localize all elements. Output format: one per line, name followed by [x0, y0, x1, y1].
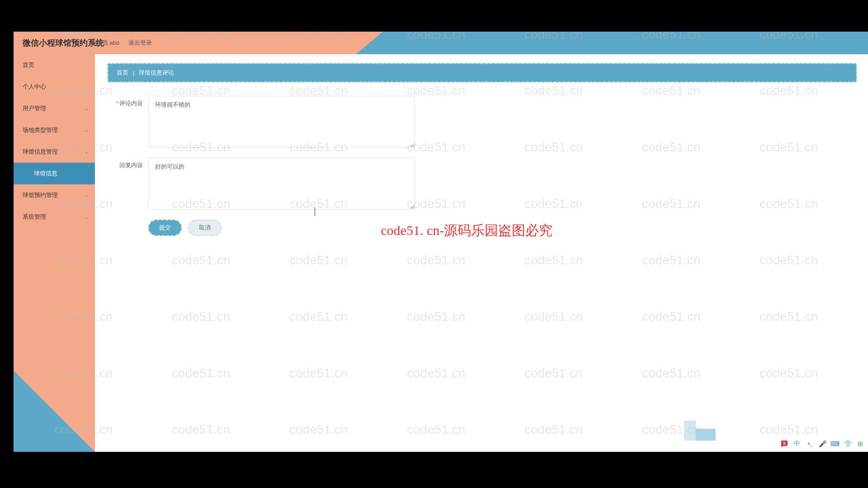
sidebar-item-0[interactable]: 首页 — [14, 54, 95, 76]
submit-button[interactable]: 提交 — [148, 220, 182, 236]
sogou-ime-icon[interactable]: S — [780, 439, 789, 448]
ime-skin-icon[interactable]: 👕 — [843, 439, 852, 448]
center-watermark-text: code51. cn-源码乐园盗图必究 — [381, 221, 552, 240]
cancel-button[interactable]: 取消 — [188, 220, 222, 236]
logout-link[interactable]: 退出登录 — [128, 39, 152, 47]
sidebar-item-4[interactable]: 球馆信息管理 — [14, 141, 95, 163]
ime-toolbar: S 中 •, 🎤 ⌨ 👕 ⊞ — [780, 439, 865, 448]
form-row-reply: 回复内容 — [108, 158, 857, 210]
app-window: code51.cncode51.cncode51.cncode51.cncode… — [14, 32, 868, 452]
header: 微信小程球馆预约系统 管理员 abo 退出登录 — [14, 32, 868, 54]
breadcrumb-home[interactable]: 首页 — [117, 69, 128, 77]
text-cursor — [315, 208, 315, 216]
svg-text:S: S — [783, 441, 786, 446]
main-content: 首页 | 球馆信息评论 *评论内容 回复内容 提交 取消 code51. cn — [95, 54, 868, 452]
ime-punct-icon[interactable]: •, — [805, 439, 814, 448]
sidebar-item-2[interactable]: 用户管理 — [14, 98, 95, 119]
breadcrumb-separator: | — [133, 70, 134, 76]
sidebar-corner-decoration — [14, 371, 95, 452]
reply-label: 回复内容 — [108, 158, 148, 169]
ime-mic-icon[interactable]: 🎤 — [818, 439, 827, 448]
sidebar-item-3[interactable]: 场地类型管理 — [14, 119, 95, 141]
sidebar-item-6[interactable]: 球馆预约管理 — [14, 184, 95, 206]
ime-toolbox-icon[interactable]: ⊞ — [856, 439, 865, 448]
ime-lang-icon[interactable]: 中 — [793, 439, 802, 448]
header-blue-background — [399, 32, 868, 54]
admin-label[interactable]: 管理员 abo — [90, 39, 119, 47]
body: 首页个人中心用户管理场地类型管理球馆信息管理球馆信息球馆预约管理系统管理 首页 … — [14, 54, 868, 452]
sidebar-item-7[interactable]: 系统管理 — [14, 206, 95, 228]
breadcrumb: 首页 | 球馆信息评论 — [108, 63, 857, 82]
bottom-right-logo — [684, 418, 716, 441]
ime-keyboard-icon[interactable]: ⌨ — [830, 439, 840, 448]
reply-textarea[interactable] — [148, 158, 415, 210]
comment-label: *评论内容 — [108, 96, 148, 108]
sidebar: 首页个人中心用户管理场地类型管理球馆信息管理球馆信息球馆预约管理系统管理 — [14, 54, 95, 452]
sidebar-item-5[interactable]: 球馆信息 — [14, 163, 95, 184]
form: *评论内容 回复内容 提交 取消 — [108, 96, 857, 236]
sidebar-item-1[interactable]: 个人中心 — [14, 76, 95, 98]
header-right: 管理员 abo 退出登录 — [90, 39, 152, 47]
form-row-comment: *评论内容 — [108, 96, 857, 148]
comment-textarea[interactable] — [148, 96, 415, 148]
breadcrumb-current: 球馆信息评论 — [139, 69, 174, 77]
